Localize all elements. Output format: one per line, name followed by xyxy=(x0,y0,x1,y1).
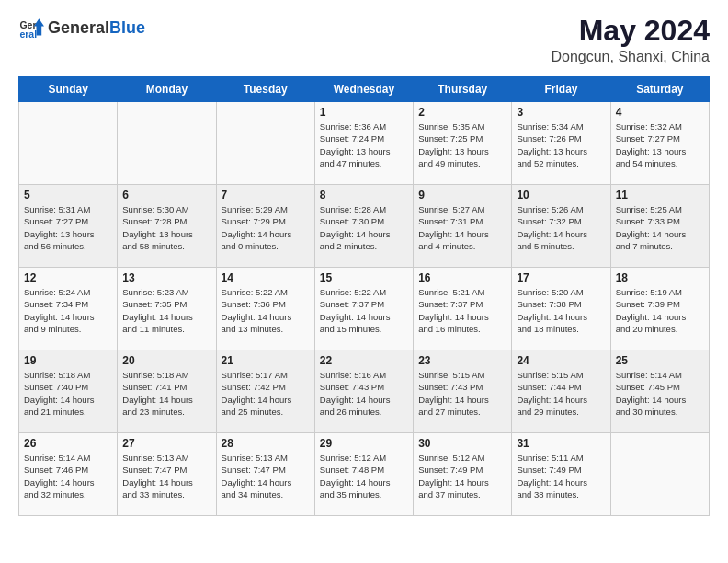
calendar-cell: 20Sunrise: 5:18 AM Sunset: 7:41 PM Dayli… xyxy=(118,350,216,433)
day-info: Sunrise: 5:17 AM Sunset: 7:42 PM Dayligh… xyxy=(222,369,310,418)
day-number: 10 xyxy=(517,189,605,201)
day-info: Sunrise: 5:20 AM Sunset: 7:38 PM Dayligh… xyxy=(517,286,605,335)
day-info: Sunrise: 5:19 AM Sunset: 7:39 PM Dayligh… xyxy=(616,286,704,335)
day-info: Sunrise: 5:22 AM Sunset: 7:37 PM Dayligh… xyxy=(320,286,408,335)
day-number: 26 xyxy=(24,437,112,450)
calendar-week-row: 19Sunrise: 5:18 AM Sunset: 7:40 PM Dayli… xyxy=(19,350,710,433)
page-header: Gen eral GeneralBlue May 2024 Dongcun, S… xyxy=(18,15,710,65)
calendar-cell: 11Sunrise: 5:25 AM Sunset: 7:33 PM Dayli… xyxy=(610,185,709,268)
day-number: 21 xyxy=(222,354,310,367)
weekday-header-thursday: Thursday xyxy=(414,77,512,102)
day-info: Sunrise: 5:22 AM Sunset: 7:36 PM Dayligh… xyxy=(222,286,310,335)
day-number: 20 xyxy=(122,354,210,367)
day-info: Sunrise: 5:32 AM Sunset: 7:27 PM Dayligh… xyxy=(616,121,704,169)
calendar-table: SundayMondayTuesdayWednesdayThursdayFrid… xyxy=(18,76,710,516)
calendar-week-row: 26Sunrise: 5:14 AM Sunset: 7:46 PM Dayli… xyxy=(19,433,710,516)
day-number: 12 xyxy=(24,271,112,284)
weekday-header-tuesday: Tuesday xyxy=(216,77,314,102)
calendar-cell: 2Sunrise: 5:35 AM Sunset: 7:25 PM Daylig… xyxy=(414,102,512,185)
day-info: Sunrise: 5:23 AM Sunset: 7:35 PM Dayligh… xyxy=(122,286,210,335)
calendar-cell: 16Sunrise: 5:21 AM Sunset: 7:37 PM Dayli… xyxy=(414,268,512,350)
calendar-cell: 10Sunrise: 5:26 AM Sunset: 7:32 PM Dayli… xyxy=(512,185,610,268)
calendar-cell: 22Sunrise: 5:16 AM Sunset: 7:43 PM Dayli… xyxy=(314,350,413,433)
day-info: Sunrise: 5:34 AM Sunset: 7:26 PM Dayligh… xyxy=(517,121,605,169)
day-number: 2 xyxy=(418,106,506,119)
day-info: Sunrise: 5:18 AM Sunset: 7:41 PM Dayligh… xyxy=(122,369,210,418)
calendar-cell: 1Sunrise: 5:36 AM Sunset: 7:24 PM Daylig… xyxy=(314,102,413,185)
location-label: Dongcun, Shanxi, China xyxy=(551,49,710,65)
day-info: Sunrise: 5:16 AM Sunset: 7:43 PM Dayligh… xyxy=(320,369,408,418)
day-number: 18 xyxy=(616,271,704,284)
day-number: 27 xyxy=(122,437,210,450)
day-info: Sunrise: 5:18 AM Sunset: 7:40 PM Dayligh… xyxy=(24,369,112,418)
calendar-cell: 8Sunrise: 5:28 AM Sunset: 7:30 PM Daylig… xyxy=(314,185,413,268)
day-info: Sunrise: 5:15 AM Sunset: 7:43 PM Dayligh… xyxy=(418,369,506,418)
logo: Gen eral GeneralBlue xyxy=(18,15,145,40)
calendar-cell: 6Sunrise: 5:30 AM Sunset: 7:28 PM Daylig… xyxy=(118,185,216,268)
calendar-cell: 17Sunrise: 5:20 AM Sunset: 7:38 PM Dayli… xyxy=(512,268,610,350)
calendar-cell: 19Sunrise: 5:18 AM Sunset: 7:40 PM Dayli… xyxy=(19,350,118,433)
calendar-cell: 15Sunrise: 5:22 AM Sunset: 7:37 PM Dayli… xyxy=(314,268,413,350)
calendar-cell: 9Sunrise: 5:27 AM Sunset: 7:31 PM Daylig… xyxy=(414,185,512,268)
day-info: Sunrise: 5:26 AM Sunset: 7:32 PM Dayligh… xyxy=(517,203,605,252)
day-number: 16 xyxy=(418,271,506,284)
day-number: 14 xyxy=(222,271,310,284)
weekday-header-row: SundayMondayTuesdayWednesdayThursdayFrid… xyxy=(19,77,710,102)
calendar-cell: 7Sunrise: 5:29 AM Sunset: 7:29 PM Daylig… xyxy=(216,185,314,268)
day-info: Sunrise: 5:29 AM Sunset: 7:29 PM Dayligh… xyxy=(222,203,310,252)
day-number: 22 xyxy=(320,354,408,367)
day-number: 9 xyxy=(418,189,506,201)
day-number: 8 xyxy=(320,189,408,201)
day-number: 23 xyxy=(418,354,506,367)
day-info: Sunrise: 5:11 AM Sunset: 7:49 PM Dayligh… xyxy=(517,452,605,500)
svg-text:eral: eral xyxy=(19,29,37,40)
calendar-cell xyxy=(610,433,709,516)
weekday-header-monday: Monday xyxy=(118,77,216,102)
weekday-header-friday: Friday xyxy=(512,77,610,102)
day-number: 11 xyxy=(616,189,704,201)
day-info: Sunrise: 5:15 AM Sunset: 7:44 PM Dayligh… xyxy=(517,369,605,418)
logo-blue: Blue xyxy=(109,18,145,38)
calendar-week-row: 5Sunrise: 5:31 AM Sunset: 7:27 PM Daylig… xyxy=(19,185,710,268)
day-number: 29 xyxy=(320,437,408,450)
calendar-week-row: 1Sunrise: 5:36 AM Sunset: 7:24 PM Daylig… xyxy=(19,102,710,185)
calendar-cell xyxy=(216,102,314,185)
day-number: 28 xyxy=(222,437,310,450)
logo-general: General xyxy=(48,18,109,38)
day-info: Sunrise: 5:35 AM Sunset: 7:25 PM Dayligh… xyxy=(418,121,506,169)
day-number: 15 xyxy=(320,271,408,284)
day-info: Sunrise: 5:12 AM Sunset: 7:48 PM Dayligh… xyxy=(320,452,408,500)
day-info: Sunrise: 5:28 AM Sunset: 7:30 PM Dayligh… xyxy=(320,203,408,252)
calendar-cell: 5Sunrise: 5:31 AM Sunset: 7:27 PM Daylig… xyxy=(19,185,118,268)
calendar-cell: 29Sunrise: 5:12 AM Sunset: 7:48 PM Dayli… xyxy=(314,433,413,516)
day-info: Sunrise: 5:14 AM Sunset: 7:45 PM Dayligh… xyxy=(616,369,704,418)
calendar-cell xyxy=(19,102,118,185)
day-info: Sunrise: 5:13 AM Sunset: 7:47 PM Dayligh… xyxy=(122,452,210,500)
day-number: 1 xyxy=(320,106,408,119)
calendar-cell: 26Sunrise: 5:14 AM Sunset: 7:46 PM Dayli… xyxy=(19,433,118,516)
weekday-header-sunday: Sunday xyxy=(19,77,118,102)
day-info: Sunrise: 5:14 AM Sunset: 7:46 PM Dayligh… xyxy=(24,452,112,500)
day-number: 7 xyxy=(222,189,310,201)
calendar-cell: 21Sunrise: 5:17 AM Sunset: 7:42 PM Dayli… xyxy=(216,350,314,433)
day-info: Sunrise: 5:13 AM Sunset: 7:47 PM Dayligh… xyxy=(222,452,310,500)
calendar-cell: 18Sunrise: 5:19 AM Sunset: 7:39 PM Dayli… xyxy=(610,268,709,350)
calendar-cell: 12Sunrise: 5:24 AM Sunset: 7:34 PM Dayli… xyxy=(19,268,118,350)
day-info: Sunrise: 5:31 AM Sunset: 7:27 PM Dayligh… xyxy=(24,203,112,252)
day-number: 25 xyxy=(616,354,704,367)
day-number: 31 xyxy=(517,437,605,450)
day-number: 19 xyxy=(24,354,112,367)
month-year-title: May 2024 xyxy=(551,15,710,47)
calendar-week-row: 12Sunrise: 5:24 AM Sunset: 7:34 PM Dayli… xyxy=(19,268,710,350)
day-number: 17 xyxy=(517,271,605,284)
logo-icon: Gen eral xyxy=(18,15,44,40)
calendar-cell: 14Sunrise: 5:22 AM Sunset: 7:36 PM Dayli… xyxy=(216,268,314,350)
calendar-cell: 30Sunrise: 5:12 AM Sunset: 7:49 PM Dayli… xyxy=(414,433,512,516)
day-info: Sunrise: 5:24 AM Sunset: 7:34 PM Dayligh… xyxy=(24,286,112,335)
day-info: Sunrise: 5:12 AM Sunset: 7:49 PM Dayligh… xyxy=(418,452,506,500)
weekday-header-saturday: Saturday xyxy=(610,77,709,102)
day-number: 6 xyxy=(122,189,210,201)
calendar-cell xyxy=(118,102,216,185)
day-number: 24 xyxy=(517,354,605,367)
calendar-cell: 23Sunrise: 5:15 AM Sunset: 7:43 PM Dayli… xyxy=(414,350,512,433)
